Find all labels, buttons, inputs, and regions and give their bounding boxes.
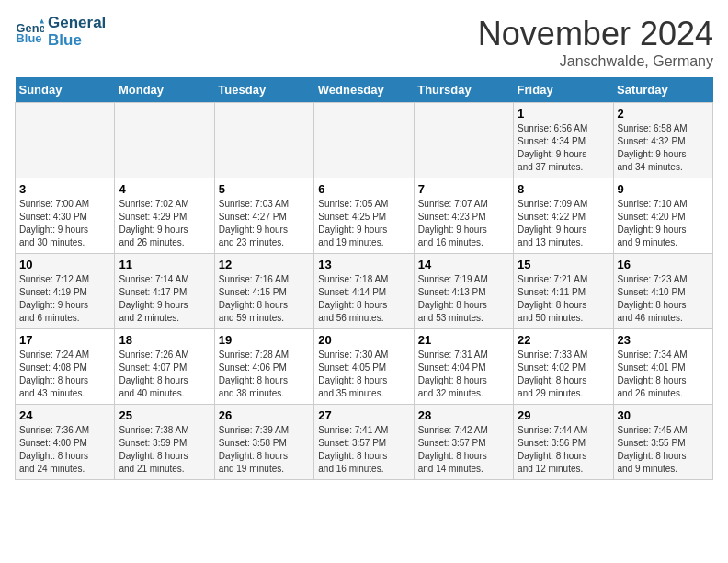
day-number: 8 bbox=[518, 182, 609, 196]
day-info: Sunrise: 7:28 AM Sunset: 4:06 PM Dayligh… bbox=[219, 349, 310, 400]
calendar-cell: 29Sunrise: 7:44 AM Sunset: 3:56 PM Dayli… bbox=[514, 405, 613, 480]
day-number: 10 bbox=[19, 258, 110, 271]
calendar-cell: 27Sunrise: 7:41 AM Sunset: 3:57 PM Dayli… bbox=[314, 405, 414, 480]
day-number: 7 bbox=[418, 182, 509, 196]
day-info: Sunrise: 7:12 AM Sunset: 4:19 PM Dayligh… bbox=[19, 273, 110, 325]
day-info: Sunrise: 7:05 AM Sunset: 4:25 PM Dayligh… bbox=[318, 198, 409, 249]
day-number: 17 bbox=[19, 333, 110, 347]
day-info: Sunrise: 7:45 AM Sunset: 3:55 PM Dayligh… bbox=[618, 424, 709, 476]
logo-blue: Blue bbox=[48, 32, 106, 50]
day-info: Sunrise: 7:18 AM Sunset: 4:14 PM Dayligh… bbox=[318, 273, 409, 325]
calendar-cell: 13Sunrise: 7:18 AM Sunset: 4:14 PM Dayli… bbox=[314, 254, 414, 329]
day-info: Sunrise: 7:09 AM Sunset: 4:22 PM Dayligh… bbox=[518, 198, 609, 249]
calendar-cell: 3Sunrise: 7:00 AM Sunset: 4:30 PM Daylig… bbox=[16, 178, 115, 254]
day-number: 4 bbox=[119, 182, 210, 196]
day-info: Sunrise: 6:56 AM Sunset: 4:34 PM Dayligh… bbox=[518, 122, 609, 174]
calendar-cell bbox=[115, 103, 214, 178]
day-info: Sunrise: 7:03 AM Sunset: 4:27 PM Dayligh… bbox=[219, 198, 310, 249]
day-header-saturday: Saturday bbox=[613, 77, 712, 103]
day-info: Sunrise: 7:34 AM Sunset: 4:01 PM Dayligh… bbox=[618, 349, 709, 400]
day-info: Sunrise: 7:26 AM Sunset: 4:07 PM Dayligh… bbox=[119, 349, 210, 400]
month-title: November 2024 bbox=[478, 15, 713, 53]
day-info: Sunrise: 7:36 AM Sunset: 4:00 PM Dayligh… bbox=[19, 424, 110, 476]
calendar-cell: 14Sunrise: 7:19 AM Sunset: 4:13 PM Dayli… bbox=[414, 254, 513, 329]
day-number: 28 bbox=[418, 408, 509, 422]
svg-text:Blue: Blue bbox=[17, 31, 42, 45]
day-number: 11 bbox=[119, 258, 210, 271]
day-number: 16 bbox=[618, 258, 709, 271]
calendar-cell: 11Sunrise: 7:14 AM Sunset: 4:17 PM Dayli… bbox=[115, 254, 214, 329]
day-info: Sunrise: 7:21 AM Sunset: 4:11 PM Dayligh… bbox=[518, 273, 609, 325]
calendar-cell: 19Sunrise: 7:28 AM Sunset: 4:06 PM Dayli… bbox=[214, 329, 313, 405]
day-number: 14 bbox=[418, 258, 509, 271]
day-number: 3 bbox=[19, 182, 110, 196]
day-info: Sunrise: 7:24 AM Sunset: 4:08 PM Dayligh… bbox=[19, 349, 110, 400]
day-header-friday: Friday bbox=[514, 77, 613, 103]
calendar-cell bbox=[16, 103, 115, 178]
day-info: Sunrise: 7:31 AM Sunset: 4:04 PM Dayligh… bbox=[418, 349, 509, 400]
calendar-table: SundayMondayTuesdayWednesdayThursdayFrid… bbox=[15, 77, 713, 480]
day-number: 9 bbox=[618, 182, 709, 196]
calendar-cell bbox=[214, 103, 313, 178]
day-info: Sunrise: 7:14 AM Sunset: 4:17 PM Dayligh… bbox=[119, 273, 210, 325]
calendar-cell: 25Sunrise: 7:38 AM Sunset: 3:59 PM Dayli… bbox=[115, 405, 214, 480]
subtitle: Janschwalde, Germany bbox=[478, 53, 713, 70]
calendar-cell bbox=[314, 103, 414, 178]
logo-general: General bbox=[48, 15, 106, 32]
day-number: 13 bbox=[318, 258, 409, 271]
calendar-header: SundayMondayTuesdayWednesdayThursdayFrid… bbox=[16, 77, 713, 103]
day-info: Sunrise: 7:44 AM Sunset: 3:56 PM Dayligh… bbox=[518, 424, 609, 476]
calendar-body: 1Sunrise: 6:56 AM Sunset: 4:34 PM Daylig… bbox=[16, 103, 713, 480]
day-info: Sunrise: 7:02 AM Sunset: 4:29 PM Dayligh… bbox=[119, 198, 210, 249]
day-number: 19 bbox=[219, 333, 310, 347]
day-number: 21 bbox=[418, 333, 509, 347]
day-header-wednesday: Wednesday bbox=[314, 77, 414, 103]
calendar-cell bbox=[414, 103, 513, 178]
calendar-cell: 8Sunrise: 7:09 AM Sunset: 4:22 PM Daylig… bbox=[514, 178, 613, 254]
day-number: 18 bbox=[119, 333, 210, 347]
day-info: Sunrise: 7:23 AM Sunset: 4:10 PM Dayligh… bbox=[618, 273, 709, 325]
day-number: 6 bbox=[318, 182, 409, 196]
calendar-cell: 30Sunrise: 7:45 AM Sunset: 3:55 PM Dayli… bbox=[613, 405, 712, 480]
day-number: 12 bbox=[219, 258, 310, 271]
day-info: Sunrise: 7:16 AM Sunset: 4:15 PM Dayligh… bbox=[219, 273, 310, 325]
day-number: 1 bbox=[518, 107, 609, 121]
calendar-cell: 21Sunrise: 7:31 AM Sunset: 4:04 PM Dayli… bbox=[414, 329, 513, 405]
day-info: Sunrise: 7:38 AM Sunset: 3:59 PM Dayligh… bbox=[119, 424, 210, 476]
day-info: Sunrise: 7:39 AM Sunset: 3:58 PM Dayligh… bbox=[219, 424, 310, 476]
day-info: Sunrise: 6:58 AM Sunset: 4:32 PM Dayligh… bbox=[618, 122, 709, 174]
calendar-cell: 26Sunrise: 7:39 AM Sunset: 3:58 PM Dayli… bbox=[214, 405, 313, 480]
day-header-sunday: Sunday bbox=[16, 77, 115, 103]
calendar-cell: 5Sunrise: 7:03 AM Sunset: 4:27 PM Daylig… bbox=[214, 178, 313, 254]
calendar-cell: 6Sunrise: 7:05 AM Sunset: 4:25 PM Daylig… bbox=[314, 178, 414, 254]
day-info: Sunrise: 7:42 AM Sunset: 3:57 PM Dayligh… bbox=[418, 424, 509, 476]
day-number: 22 bbox=[518, 333, 609, 347]
day-info: Sunrise: 7:33 AM Sunset: 4:02 PM Dayligh… bbox=[518, 349, 609, 400]
day-number: 26 bbox=[219, 408, 310, 422]
day-number: 2 bbox=[618, 107, 709, 121]
day-info: Sunrise: 7:07 AM Sunset: 4:23 PM Dayligh… bbox=[418, 198, 509, 249]
calendar-cell: 22Sunrise: 7:33 AM Sunset: 4:02 PM Dayli… bbox=[514, 329, 613, 405]
day-header-monday: Monday bbox=[115, 77, 214, 103]
day-number: 15 bbox=[518, 258, 609, 271]
calendar-cell: 9Sunrise: 7:10 AM Sunset: 4:20 PM Daylig… bbox=[613, 178, 712, 254]
day-info: Sunrise: 7:30 AM Sunset: 4:05 PM Dayligh… bbox=[318, 349, 409, 400]
day-info: Sunrise: 7:00 AM Sunset: 4:30 PM Dayligh… bbox=[19, 198, 110, 249]
calendar-cell: 2Sunrise: 6:58 AM Sunset: 4:32 PM Daylig… bbox=[613, 103, 712, 178]
day-info: Sunrise: 7:41 AM Sunset: 3:57 PM Dayligh… bbox=[318, 424, 409, 476]
calendar-cell: 4Sunrise: 7:02 AM Sunset: 4:29 PM Daylig… bbox=[115, 178, 214, 254]
header: General Blue General Blue November 2024 … bbox=[15, 15, 713, 70]
calendar-cell: 7Sunrise: 7:07 AM Sunset: 4:23 PM Daylig… bbox=[414, 178, 513, 254]
calendar-cell: 28Sunrise: 7:42 AM Sunset: 3:57 PM Dayli… bbox=[414, 405, 513, 480]
calendar-cell: 15Sunrise: 7:21 AM Sunset: 4:11 PM Dayli… bbox=[514, 254, 613, 329]
day-header-thursday: Thursday bbox=[414, 77, 513, 103]
day-number: 24 bbox=[19, 408, 110, 422]
day-number: 25 bbox=[119, 408, 210, 422]
day-number: 20 bbox=[318, 333, 409, 347]
day-number: 27 bbox=[318, 408, 409, 422]
calendar-cell: 18Sunrise: 7:26 AM Sunset: 4:07 PM Dayli… bbox=[115, 329, 214, 405]
calendar-cell: 12Sunrise: 7:16 AM Sunset: 4:15 PM Dayli… bbox=[214, 254, 313, 329]
calendar-cell: 10Sunrise: 7:12 AM Sunset: 4:19 PM Dayli… bbox=[16, 254, 115, 329]
title-area: November 2024 Janschwalde, Germany bbox=[478, 15, 713, 70]
logo-icon: General Blue bbox=[15, 17, 44, 47]
